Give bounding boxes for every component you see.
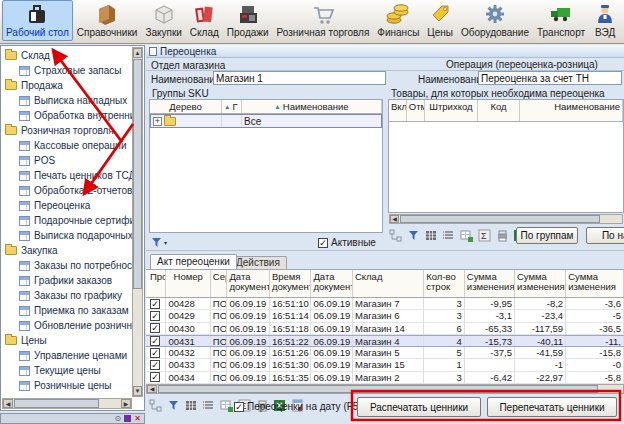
toolbar-item-retail[interactable]: Розничная торговля [273, 0, 374, 41]
toolbar-item-desktop[interactable]: Рабочий стол [2, 0, 73, 41]
hierarchy-icon[interactable] [389, 229, 403, 243]
sidebar-item[interactable]: Розничные цены [3, 378, 132, 393]
column-header[interactable]: Суммаизменения [566, 270, 624, 297]
toolbar-item-finance[interactable]: Финансы [373, 0, 423, 41]
row-checkbox[interactable] [150, 348, 160, 358]
sidebar-item[interactable]: Печать ценников ТСД [3, 168, 132, 183]
column-header-incl[interactable]: Вкл [389, 100, 407, 121]
table-row[interactable]: 00429ПО06.09.1916:51:1406.09.19Магазин 6… [146, 310, 624, 322]
table-row[interactable]: 00432ПО06.09.1916:51:2606.09.19Магазин 5… [146, 347, 624, 359]
by-markup-button[interactable]: По надц [586, 227, 624, 244]
sidebar-item[interactable]: Заказы по графику [3, 288, 132, 303]
column-header[interactable]: Прс [146, 270, 166, 297]
scroll-right-arrow[interactable]: ▶ [121, 399, 131, 408]
store-name-input[interactable] [213, 71, 386, 85]
print-price-tags-button[interactable]: Распечатать ценники [357, 397, 481, 417]
sidebar-item[interactable]: Текущие цены [3, 363, 132, 378]
sidebar-item[interactable]: Графики заказов [3, 273, 132, 288]
row-checkbox[interactable] [150, 323, 160, 333]
by-groups-button[interactable]: По группам [516, 227, 578, 244]
list-icon[interactable] [442, 229, 456, 243]
expand-icon[interactable]: + [153, 117, 162, 126]
scroll-left-arrow[interactable]: ◀ [390, 215, 399, 223]
scroll-thumb[interactable] [133, 59, 142, 289]
column-header[interactable]: Времядокумент. [270, 270, 312, 297]
sum-icon[interactable]: Σ [478, 229, 492, 243]
scroll-thumb[interactable] [400, 215, 600, 223]
column-header[interactable]: Суммаизменения [515, 270, 566, 297]
scroll-left-arrow[interactable]: ◀ [147, 385, 157, 393]
toolbar-item-sales[interactable]: Продажи [223, 0, 273, 41]
sidebar-item[interactable]: Выписка подарочных сер [3, 228, 132, 243]
sidebar-vscrollbar[interactable]: ▲ ▼ [132, 47, 143, 397]
column-header[interactable]: Сери [211, 270, 228, 297]
close-icon[interactable]: ✕ [134, 414, 141, 423]
toolbar-item-ved[interactable]: ВЭД [589, 0, 621, 41]
toolbar-item-purchases[interactable]: Закупки [141, 0, 185, 41]
scroll-left-arrow[interactable]: ◀ [3, 399, 13, 408]
pin-icon[interactable]: ⊙ [115, 414, 122, 423]
sidebar-item[interactable]: Управление ценами [3, 348, 132, 363]
toolbar-item-equipment[interactable]: Оборудование [457, 0, 533, 41]
column-header-barcode[interactable]: Штрихкод [425, 100, 479, 121]
sidebar-item[interactable]: Обработка Z-отчетов [3, 183, 132, 198]
column-header[interactable]: Суммаизменения [465, 270, 515, 297]
checkbox-icon[interactable] [318, 238, 328, 248]
row-checkbox[interactable] [150, 336, 160, 346]
sidebar-group-prodazha[interactable]: Продажа [3, 78, 132, 93]
column-header-name[interactable]: Наименование [242, 100, 382, 113]
sidebar-item[interactable]: Кассовые операции [3, 138, 132, 153]
scroll-up-arrow[interactable]: ▲ [133, 48, 142, 58]
table-row[interactable]: 00428ПО06.09.1916:51:1006.09.19Магазин 7… [146, 298, 624, 310]
toolbar-item-prices[interactable]: Цены [423, 0, 457, 41]
scroll-thumb[interactable] [14, 399, 99, 408]
table-row[interactable]: 00430ПО06.09.1916:51:1806.09.19Магазин 1… [146, 323, 624, 335]
sidebar-item[interactable]: Приемка по заказам [3, 303, 132, 318]
sidebar-group-tseny[interactable]: Цены [3, 333, 132, 348]
reprint-price-tags-button[interactable]: Перепечатать ценники [487, 397, 617, 417]
panel-icon[interactable] [124, 415, 131, 422]
grid-icon[interactable] [185, 399, 199, 413]
sidebar-item[interactable]: Обновление розничных ц [3, 318, 132, 333]
sidebar-group-sklad[interactable]: Склад [3, 48, 132, 63]
row-checkbox[interactable] [150, 372, 160, 382]
column-header[interactable]: Датадокумент [311, 270, 353, 297]
sidebar-item[interactable]: Подарочные сертификаты [3, 213, 132, 228]
checkbox-icon[interactable] [234, 402, 244, 412]
sidebar-item[interactable]: Обработка внутренних за [3, 108, 132, 123]
list-icon[interactable] [202, 399, 216, 413]
table-add-icon[interactable] [220, 399, 234, 413]
tab-act-pereocenki[interactable]: Акт переоценки [150, 254, 237, 269]
act-table-hscrollbar[interactable]: ◀ [146, 384, 624, 394]
sidebar-item[interactable]: Заказы по потребностям [3, 258, 132, 273]
sku-group-row-all[interactable]: + Все [150, 114, 382, 128]
filter-icon[interactable] [407, 229, 421, 243]
sidebar-hscrollbar[interactable]: ◀ ▶ [2, 398, 132, 409]
revaluations-date-checkbox[interactable]: Переоценки на дату (F5) [234, 401, 362, 412]
table-add-icon[interactable] [460, 229, 474, 243]
scroll-down-arrow[interactable]: ▼ [133, 386, 142, 396]
row-checkbox[interactable] [150, 299, 160, 309]
grid-icon[interactable] [425, 229, 439, 243]
column-header-name[interactable]: Наименование [520, 100, 623, 121]
column-header[interactable]: Датадокумент [227, 270, 269, 297]
column-header-tree[interactable]: Дерево [150, 100, 222, 113]
table-row-selected[interactable]: 00431ПО06.09.1916:51:2206.09.19Магазин 4… [146, 335, 624, 347]
column-header-code[interactable]: Код [478, 100, 520, 121]
sidebar-item[interactable]: POS [3, 153, 132, 168]
sidebar-item[interactable]: Выписка накладных [3, 93, 132, 108]
operation-name-input[interactable] [478, 71, 622, 85]
print-icon[interactable] [496, 229, 510, 243]
scroll-thumb[interactable] [158, 385, 598, 393]
column-header-mark[interactable]: Отм [407, 100, 425, 121]
row-checkbox[interactable] [150, 360, 160, 370]
sidebar-group-zakupka[interactable]: Закупка [3, 243, 132, 258]
column-header[interactable]: Склад [353, 270, 424, 297]
goods-hscrollbar[interactable]: ◀ [389, 214, 623, 224]
table-row[interactable]: 00434ПО06.09.1916:51:3506.09.19Магазин 2… [146, 372, 624, 384]
toolbar-item-transport[interactable]: Транспорт [533, 0, 589, 41]
filter-icon[interactable]: ▾ [150, 236, 167, 251]
sidebar-item[interactable]: Страховые запасы [3, 63, 132, 78]
column-header[interactable]: Номер [166, 270, 210, 297]
filter-icon[interactable] [167, 399, 181, 413]
